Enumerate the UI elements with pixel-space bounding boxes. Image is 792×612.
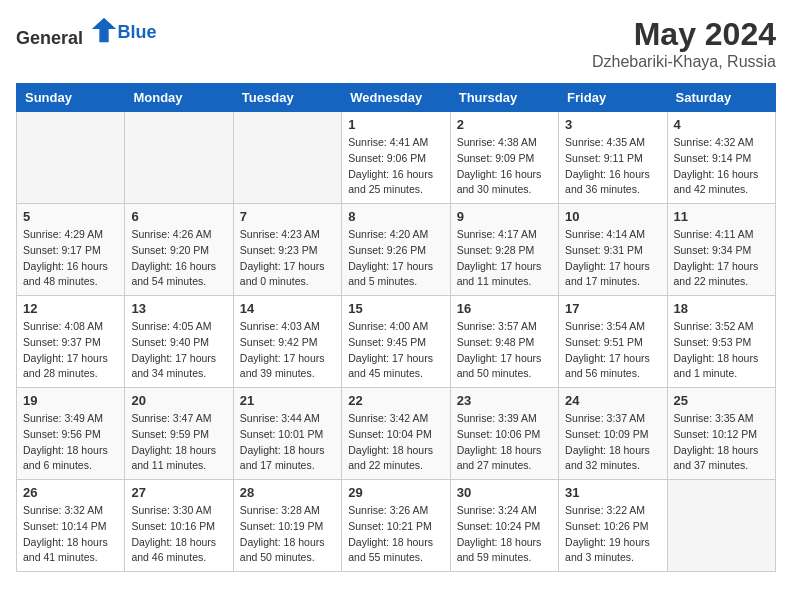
week-row-3: 19Sunrise: 3:49 AM Sunset: 9:56 PM Dayli… bbox=[17, 388, 776, 480]
day-info: Sunrise: 4:11 AM Sunset: 9:34 PM Dayligh… bbox=[674, 227, 769, 290]
day-number: 11 bbox=[674, 209, 769, 224]
calendar-cell bbox=[667, 480, 775, 572]
col-tuesday: Tuesday bbox=[233, 84, 341, 112]
calendar-cell: 10Sunrise: 4:14 AM Sunset: 9:31 PM Dayli… bbox=[559, 204, 667, 296]
day-number: 6 bbox=[131, 209, 226, 224]
day-number: 16 bbox=[457, 301, 552, 316]
calendar-cell: 6Sunrise: 4:26 AM Sunset: 9:20 PM Daylig… bbox=[125, 204, 233, 296]
day-number: 20 bbox=[131, 393, 226, 408]
subtitle: Dzhebariki-Khaya, Russia bbox=[592, 53, 776, 71]
calendar-cell: 7Sunrise: 4:23 AM Sunset: 9:23 PM Daylig… bbox=[233, 204, 341, 296]
header: General Blue May 2024 Dzhebariki-Khaya, … bbox=[16, 16, 776, 71]
day-info: Sunrise: 4:17 AM Sunset: 9:28 PM Dayligh… bbox=[457, 227, 552, 290]
logo-general: General bbox=[16, 28, 83, 48]
day-number: 2 bbox=[457, 117, 552, 132]
calendar-cell bbox=[17, 112, 125, 204]
day-number: 27 bbox=[131, 485, 226, 500]
calendar-cell: 5Sunrise: 4:29 AM Sunset: 9:17 PM Daylig… bbox=[17, 204, 125, 296]
calendar-cell: 9Sunrise: 4:17 AM Sunset: 9:28 PM Daylig… bbox=[450, 204, 558, 296]
week-row-4: 26Sunrise: 3:32 AM Sunset: 10:14 PM Dayl… bbox=[17, 480, 776, 572]
day-number: 1 bbox=[348, 117, 443, 132]
calendar-cell bbox=[125, 112, 233, 204]
day-info: Sunrise: 3:37 AM Sunset: 10:09 PM Daylig… bbox=[565, 411, 660, 474]
day-info: Sunrise: 3:44 AM Sunset: 10:01 PM Daylig… bbox=[240, 411, 335, 474]
calendar-cell: 19Sunrise: 3:49 AM Sunset: 9:56 PM Dayli… bbox=[17, 388, 125, 480]
calendar-cell: 26Sunrise: 3:32 AM Sunset: 10:14 PM Dayl… bbox=[17, 480, 125, 572]
day-number: 15 bbox=[348, 301, 443, 316]
day-number: 14 bbox=[240, 301, 335, 316]
calendar-cell: 4Sunrise: 4:32 AM Sunset: 9:14 PM Daylig… bbox=[667, 112, 775, 204]
calendar-cell: 22Sunrise: 3:42 AM Sunset: 10:04 PM Dayl… bbox=[342, 388, 450, 480]
day-number: 19 bbox=[23, 393, 118, 408]
day-number: 5 bbox=[23, 209, 118, 224]
day-number: 4 bbox=[674, 117, 769, 132]
day-info: Sunrise: 4:00 AM Sunset: 9:45 PM Dayligh… bbox=[348, 319, 443, 382]
calendar-cell: 21Sunrise: 3:44 AM Sunset: 10:01 PM Dayl… bbox=[233, 388, 341, 480]
week-row-2: 12Sunrise: 4:08 AM Sunset: 9:37 PM Dayli… bbox=[17, 296, 776, 388]
title-area: May 2024 Dzhebariki-Khaya, Russia bbox=[592, 16, 776, 71]
day-number: 23 bbox=[457, 393, 552, 408]
day-info: Sunrise: 4:35 AM Sunset: 9:11 PM Dayligh… bbox=[565, 135, 660, 198]
calendar-cell: 18Sunrise: 3:52 AM Sunset: 9:53 PM Dayli… bbox=[667, 296, 775, 388]
calendar-cell: 28Sunrise: 3:28 AM Sunset: 10:19 PM Dayl… bbox=[233, 480, 341, 572]
day-info: Sunrise: 3:54 AM Sunset: 9:51 PM Dayligh… bbox=[565, 319, 660, 382]
day-number: 7 bbox=[240, 209, 335, 224]
day-info: Sunrise: 4:26 AM Sunset: 9:20 PM Dayligh… bbox=[131, 227, 226, 290]
calendar-table: Sunday Monday Tuesday Wednesday Thursday… bbox=[16, 83, 776, 572]
day-info: Sunrise: 3:39 AM Sunset: 10:06 PM Daylig… bbox=[457, 411, 552, 474]
day-info: Sunrise: 3:57 AM Sunset: 9:48 PM Dayligh… bbox=[457, 319, 552, 382]
col-saturday: Saturday bbox=[667, 84, 775, 112]
calendar-cell: 16Sunrise: 3:57 AM Sunset: 9:48 PM Dayli… bbox=[450, 296, 558, 388]
day-info: Sunrise: 4:32 AM Sunset: 9:14 PM Dayligh… bbox=[674, 135, 769, 198]
calendar-cell bbox=[233, 112, 341, 204]
day-info: Sunrise: 4:14 AM Sunset: 9:31 PM Dayligh… bbox=[565, 227, 660, 290]
day-number: 13 bbox=[131, 301, 226, 316]
logo-blue: Blue bbox=[118, 22, 157, 42]
day-info: Sunrise: 4:23 AM Sunset: 9:23 PM Dayligh… bbox=[240, 227, 335, 290]
main-title: May 2024 bbox=[592, 16, 776, 53]
week-row-1: 5Sunrise: 4:29 AM Sunset: 9:17 PM Daylig… bbox=[17, 204, 776, 296]
day-info: Sunrise: 3:49 AM Sunset: 9:56 PM Dayligh… bbox=[23, 411, 118, 474]
logo-icon bbox=[90, 16, 118, 44]
day-info: Sunrise: 4:38 AM Sunset: 9:09 PM Dayligh… bbox=[457, 135, 552, 198]
day-number: 29 bbox=[348, 485, 443, 500]
day-info: Sunrise: 4:05 AM Sunset: 9:40 PM Dayligh… bbox=[131, 319, 226, 382]
day-info: Sunrise: 3:52 AM Sunset: 9:53 PM Dayligh… bbox=[674, 319, 769, 382]
day-number: 8 bbox=[348, 209, 443, 224]
day-info: Sunrise: 3:42 AM Sunset: 10:04 PM Daylig… bbox=[348, 411, 443, 474]
calendar-cell: 1Sunrise: 4:41 AM Sunset: 9:06 PM Daylig… bbox=[342, 112, 450, 204]
day-info: Sunrise: 3:28 AM Sunset: 10:19 PM Daylig… bbox=[240, 503, 335, 566]
calendar-cell: 15Sunrise: 4:00 AM Sunset: 9:45 PM Dayli… bbox=[342, 296, 450, 388]
calendar-cell: 14Sunrise: 4:03 AM Sunset: 9:42 PM Dayli… bbox=[233, 296, 341, 388]
day-info: Sunrise: 4:03 AM Sunset: 9:42 PM Dayligh… bbox=[240, 319, 335, 382]
day-number: 24 bbox=[565, 393, 660, 408]
day-info: Sunrise: 3:24 AM Sunset: 10:24 PM Daylig… bbox=[457, 503, 552, 566]
day-number: 12 bbox=[23, 301, 118, 316]
col-friday: Friday bbox=[559, 84, 667, 112]
col-wednesday: Wednesday bbox=[342, 84, 450, 112]
day-number: 25 bbox=[674, 393, 769, 408]
calendar-cell: 20Sunrise: 3:47 AM Sunset: 9:59 PM Dayli… bbox=[125, 388, 233, 480]
week-row-0: 1Sunrise: 4:41 AM Sunset: 9:06 PM Daylig… bbox=[17, 112, 776, 204]
calendar-cell: 31Sunrise: 3:22 AM Sunset: 10:26 PM Dayl… bbox=[559, 480, 667, 572]
col-thursday: Thursday bbox=[450, 84, 558, 112]
day-number: 31 bbox=[565, 485, 660, 500]
day-number: 10 bbox=[565, 209, 660, 224]
calendar-cell: 17Sunrise: 3:54 AM Sunset: 9:51 PM Dayli… bbox=[559, 296, 667, 388]
day-info: Sunrise: 4:41 AM Sunset: 9:06 PM Dayligh… bbox=[348, 135, 443, 198]
calendar-cell: 8Sunrise: 4:20 AM Sunset: 9:26 PM Daylig… bbox=[342, 204, 450, 296]
day-number: 22 bbox=[348, 393, 443, 408]
day-number: 17 bbox=[565, 301, 660, 316]
day-number: 9 bbox=[457, 209, 552, 224]
calendar-cell: 25Sunrise: 3:35 AM Sunset: 10:12 PM Dayl… bbox=[667, 388, 775, 480]
calendar-cell: 13Sunrise: 4:05 AM Sunset: 9:40 PM Dayli… bbox=[125, 296, 233, 388]
day-info: Sunrise: 3:30 AM Sunset: 10:16 PM Daylig… bbox=[131, 503, 226, 566]
calendar-cell: 24Sunrise: 3:37 AM Sunset: 10:09 PM Dayl… bbox=[559, 388, 667, 480]
day-number: 30 bbox=[457, 485, 552, 500]
day-number: 26 bbox=[23, 485, 118, 500]
calendar-cell: 29Sunrise: 3:26 AM Sunset: 10:21 PM Dayl… bbox=[342, 480, 450, 572]
day-info: Sunrise: 3:47 AM Sunset: 9:59 PM Dayligh… bbox=[131, 411, 226, 474]
calendar-cell: 3Sunrise: 4:35 AM Sunset: 9:11 PM Daylig… bbox=[559, 112, 667, 204]
day-number: 3 bbox=[565, 117, 660, 132]
calendar-cell: 2Sunrise: 4:38 AM Sunset: 9:09 PM Daylig… bbox=[450, 112, 558, 204]
